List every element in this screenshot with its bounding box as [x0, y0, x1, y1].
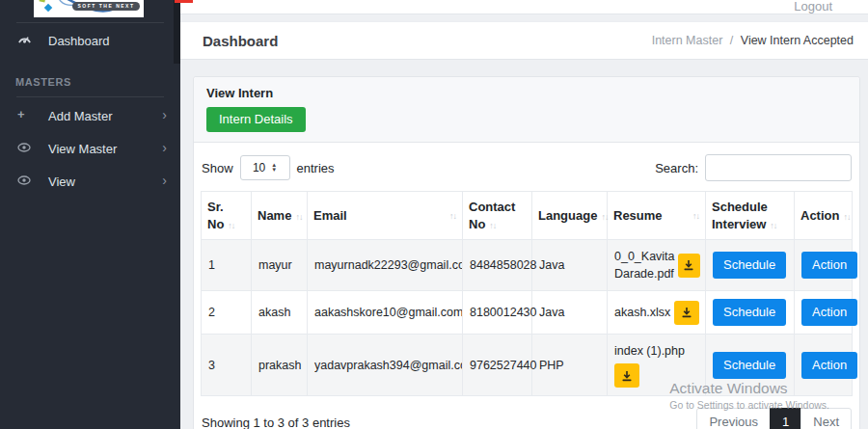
notification-red-mark: [175, 0, 193, 3]
table-header-row: Sr. No↑↓ Name↑↓ Email↑↓ Contact No↑↓ Lan…: [202, 192, 853, 240]
col-header-contact[interactable]: Contact No↑↓: [463, 192, 532, 240]
cell-schedule: Schedule: [706, 335, 795, 396]
sidebar-item-label: View: [48, 174, 75, 189]
sidebar-divider: [16, 22, 164, 23]
pagination: Previous 1 Next: [696, 408, 852, 429]
chevron-right-icon: ›: [162, 140, 167, 155]
breadcrumb-separator: /: [730, 34, 733, 47]
cell-action: Action: [795, 335, 853, 396]
sidebar-item-label: Dashboard: [48, 34, 110, 48]
cell-name: akash: [252, 291, 308, 335]
cell-resume: index (1).php: [608, 335, 706, 396]
cell-language: Java: [532, 240, 608, 291]
schedule-button[interactable]: Schedule: [713, 252, 786, 279]
sidebar-item-label: Add Master: [48, 109, 112, 123]
col-header-sr-no[interactable]: Sr. No↑↓: [202, 192, 252, 240]
main-area: Logout Dashboard Intern Master / View In…: [180, 0, 868, 429]
action-button[interactable]: Action: [801, 352, 857, 379]
breadcrumb-current: View Intern Accepted: [741, 34, 854, 47]
table-row: 2 akash aakashskore10@gmail.com 81800124…: [202, 291, 853, 335]
show-label: Show: [202, 161, 233, 175]
download-icon: [683, 259, 694, 271]
action-button[interactable]: Action: [801, 299, 857, 326]
entries-label: entries: [297, 161, 335, 175]
cell-language: Java: [532, 291, 608, 335]
cell-name: mayur: [252, 240, 308, 291]
cell-schedule: Schedule: [706, 240, 795, 291]
cell-language: PHP: [532, 335, 608, 396]
top-navbar: Logout: [180, 0, 868, 14]
table-row: 1 mayur mayurnadk22293@gmail.com 8484858…: [202, 240, 853, 291]
col-header-schedule[interactable]: Schedule Interview↑↓: [706, 192, 795, 240]
sidebar-item-dashboard[interactable]: Dashboard: [0, 32, 180, 51]
intern-details-button[interactable]: Intern Details: [206, 107, 306, 132]
plus-icon: +: [17, 107, 33, 121]
card-title: View Intern: [206, 86, 847, 100]
sidebar-item-add-master[interactable]: + Add Master ›: [0, 107, 180, 126]
cell-resume: 0_0_Kavita Darade.pdf: [608, 240, 706, 291]
resume-filename: index (1).php: [614, 342, 700, 360]
table-footer: Showing 1 to 3 of 3 entries Previous 1 N…: [202, 408, 852, 429]
sidebar-section-masters: MASTERS: [15, 76, 71, 88]
sidebar-item-label: View Master: [48, 142, 117, 156]
cell-action: Action: [795, 291, 853, 335]
search-input[interactable]: [705, 154, 852, 181]
col-header-language[interactable]: Language↑↓: [532, 192, 608, 240]
cell-contact: 8484858028: [463, 240, 532, 291]
sort-icon: ↑↓: [601, 212, 608, 222]
page-title: Dashboard: [203, 33, 278, 49]
eye-icon: [17, 141, 33, 155]
view-intern-card: View Intern Intern Details Show 10 ▲▼ en…: [193, 76, 860, 429]
download-resume-button[interactable]: [678, 254, 700, 278]
sort-icon: ↑↓: [843, 212, 850, 222]
download-icon: [621, 370, 633, 382]
cell-email: yadavprakash394@gmail.com: [308, 335, 463, 396]
entries-info: Showing 1 to 3 of 3 entries: [202, 416, 350, 429]
schedule-button[interactable]: Schedule: [713, 352, 786, 379]
sort-icon: ↑↓: [770, 221, 776, 230]
eye-icon: [17, 174, 33, 188]
sort-icon: ↑↓: [449, 210, 456, 222]
col-header-email[interactable]: Email↑↓: [308, 192, 463, 240]
card-body: Show 10 ▲▼ entries Search:: [194, 143, 859, 429]
current-page-button[interactable]: 1: [770, 408, 801, 429]
table-controls: Show 10 ▲▼ entries Search:: [202, 154, 852, 181]
col-header-action[interactable]: Action↑↓: [795, 192, 853, 240]
cell-schedule: Schedule: [706, 291, 795, 335]
chevron-right-icon: ›: [162, 173, 167, 188]
chevron-right-icon: ›: [162, 107, 167, 122]
next-page-button[interactable]: Next: [800, 408, 852, 429]
cell-email: aakashskore10@gmail.com: [308, 291, 463, 335]
download-resume-button[interactable]: [674, 301, 699, 325]
cell-action: Action: [795, 240, 853, 291]
previous-page-button[interactable]: Previous: [696, 408, 771, 429]
sidebar-item-view[interactable]: View ›: [0, 173, 180, 192]
cell-sr: 3: [202, 335, 252, 396]
col-header-name[interactable]: Name↑↓: [252, 192, 308, 240]
sidebar-item-view-master[interactable]: View Master ›: [0, 140, 180, 159]
dashboard-gauge-icon: [17, 33, 33, 47]
cell-email: mayurnadk22293@gmail.com: [308, 240, 463, 291]
breadcrumb-parent[interactable]: Intern Master: [652, 34, 723, 47]
action-button[interactable]: Action: [801, 252, 857, 279]
page-length-control: Show 10 ▲▼ entries: [202, 155, 335, 180]
sort-icon: ↑↓: [228, 221, 234, 230]
cell-contact: 8180012430: [463, 291, 532, 335]
download-resume-button[interactable]: [614, 363, 639, 388]
sidebar-divider: [16, 96, 164, 97]
sort-icon: ↑↓: [692, 210, 699, 222]
page-length-select[interactable]: 10 ▲▼: [240, 155, 290, 180]
col-header-resume[interactable]: Resume↑↓: [608, 192, 706, 240]
intern-table: Sr. No↑↓ Name↑↓ Email↑↓ Contact No↑↓ Lan…: [201, 191, 853, 396]
resume-filename: 0_0_Kavita Darade.pdf: [614, 248, 675, 282]
cell-name: prakash: [252, 335, 308, 396]
logout-link[interactable]: Logout: [794, 0, 832, 13]
breadcrumb: Intern Master / View Intern Accepted: [652, 34, 854, 47]
page-header: Dashboard Intern Master / View Intern Ac…: [180, 21, 868, 60]
logo-tagline: SOFT THE NEXT: [72, 2, 140, 11]
cell-sr: 1: [202, 240, 252, 291]
schedule-button[interactable]: Schedule: [713, 299, 786, 326]
select-arrows-icon: ▲▼: [271, 163, 277, 173]
app-logo[interactable]: SOFT THE NEXT: [34, 0, 144, 17]
page-length-value: 10: [253, 161, 265, 174]
